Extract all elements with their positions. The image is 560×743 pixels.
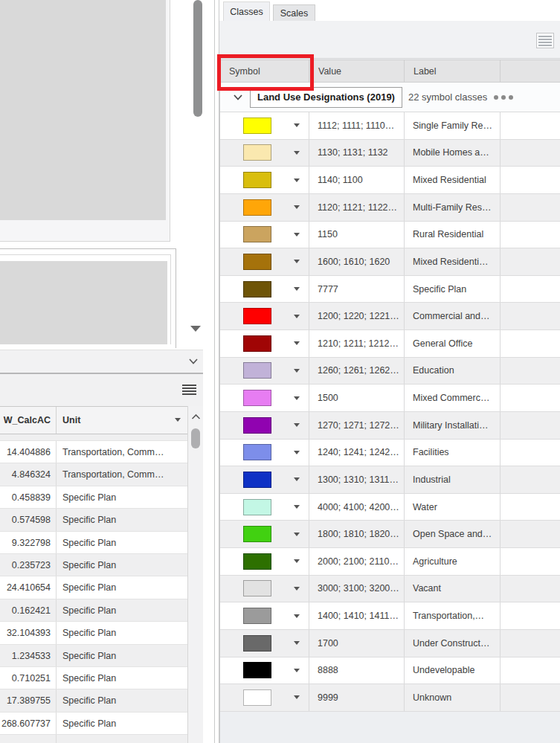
swatch-dropdown-caret-icon[interactable] xyxy=(294,341,300,345)
swatch-dropdown-caret-icon[interactable] xyxy=(294,260,300,263)
symbol-swatch[interactable] xyxy=(243,608,271,624)
symbol-swatch[interactable] xyxy=(243,281,271,297)
symbol-swatch[interactable] xyxy=(243,553,271,570)
collapse-chevron-icon[interactable] xyxy=(188,358,199,365)
table-row[interactable]: 268.607737 Specific Plan xyxy=(0,713,187,735)
class-label[interactable]: Undevelopable xyxy=(405,657,501,684)
swatch-dropdown-caret-icon[interactable] xyxy=(294,178,300,182)
swatch-dropdown-caret-icon[interactable] xyxy=(294,369,300,373)
class-value[interactable]: 4000; 4100; 4200… xyxy=(309,494,405,521)
table-row[interactable]: 0.574598 Specific Plan xyxy=(0,509,187,531)
table-row[interactable]: 0.458839 Specific Plan xyxy=(0,486,187,509)
attribute-table-scrollbar[interactable] xyxy=(187,406,203,743)
cell-calcac[interactable]: 32.104393 xyxy=(0,622,57,643)
swatch-dropdown-caret-icon[interactable] xyxy=(294,669,300,672)
table-row[interactable]: 9.322798 Specific Plan xyxy=(0,532,187,554)
cell-calcac[interactable]: 9.322798 xyxy=(0,532,57,553)
class-label[interactable]: Education xyxy=(405,358,501,385)
swatch-dropdown-caret-icon[interactable] xyxy=(294,451,300,454)
class-label[interactable]: Open Space and… xyxy=(405,521,501,547)
class-value[interactable]: 8888 xyxy=(309,657,405,684)
class-label[interactable]: Military Installati… xyxy=(405,412,501,439)
cell-unit[interactable]: Transportation, Comm… xyxy=(57,441,187,463)
swatch-dropdown-caret-icon[interactable] xyxy=(294,505,300,509)
class-label[interactable]: Industrial xyxy=(405,466,501,493)
symbol-swatch[interactable] xyxy=(243,308,271,324)
class-value[interactable]: 1150 xyxy=(309,222,405,248)
symbol-swatch[interactable] xyxy=(243,226,271,242)
class-value[interactable]: 1260; 1261; 1262… xyxy=(309,358,405,385)
tab-scales[interactable]: Scales xyxy=(273,4,315,21)
class-value[interactable]: 1700 xyxy=(309,630,405,657)
scrollbar-thumb[interactable] xyxy=(193,0,202,117)
tab-classes[interactable]: Classes xyxy=(223,1,270,21)
class-label[interactable]: Facilities xyxy=(405,440,501,466)
class-label[interactable]: Vacant xyxy=(405,576,501,602)
table-row[interactable]: 24.410654 Specific Plan xyxy=(0,576,187,599)
class-label[interactable]: General Office xyxy=(405,330,501,357)
cell-unit[interactable]: Specific Plan xyxy=(57,599,187,621)
class-value[interactable]: 1500 xyxy=(309,385,405,411)
cell-calcac[interactable]: 0.235723 xyxy=(0,554,57,576)
scrollbar-thumb[interactable] xyxy=(191,428,200,448)
class-value[interactable]: 1800; 1810; 1820… xyxy=(309,521,405,547)
swatch-dropdown-caret-icon[interactable] xyxy=(294,614,300,618)
table-row[interactable]: 4.846324 Transportation, Comm… xyxy=(0,463,187,486)
class-value[interactable]: 1600; 1610; 1620 xyxy=(309,248,405,275)
symbol-swatch[interactable] xyxy=(243,199,271,216)
swatch-dropdown-caret-icon[interactable] xyxy=(294,123,300,127)
class-label[interactable]: Mixed Commerc… xyxy=(405,385,501,411)
cell-unit[interactable]: Specific Plan xyxy=(57,645,187,666)
class-label[interactable]: Multi-Family Res… xyxy=(405,194,501,221)
table-row[interactable]: 0.162421 Specific Plan xyxy=(0,599,187,622)
scroll-down-arrow-icon[interactable] xyxy=(190,326,202,336)
cell-calcac[interactable]: 1.234533 xyxy=(0,645,57,666)
class-label[interactable]: Transportation,… xyxy=(405,602,501,629)
class-value[interactable]: 2000; 2100; 2110… xyxy=(309,548,405,575)
table-row[interactable]: 17.389755 Specific Plan xyxy=(0,689,187,712)
symbol-swatch[interactable] xyxy=(243,635,271,652)
swatch-dropdown-caret-icon[interactable] xyxy=(294,559,300,563)
symbol-swatch[interactable] xyxy=(243,662,271,678)
column-header-unit[interactable]: Unit xyxy=(57,407,187,434)
table-row[interactable]: 32.104393 Specific Plan xyxy=(0,622,187,644)
swatch-dropdown-caret-icon[interactable] xyxy=(294,477,300,481)
scroll-up-arrow-icon[interactable] xyxy=(191,414,201,420)
table-menu-icon[interactable] xyxy=(182,385,196,396)
cell-unit[interactable]: Transportation, Comm… xyxy=(57,463,187,485)
cell-calcac[interactable]: 0.162421 xyxy=(0,599,57,621)
swatch-dropdown-caret-icon[interactable] xyxy=(294,315,300,318)
table-row[interactable]: 0.235723 Specific Plan xyxy=(0,554,187,576)
class-value[interactable]: 7777 xyxy=(309,276,405,303)
cell-calcac[interactable]: 17.389755 xyxy=(0,689,57,711)
cell-calcac[interactable]: 0.574598 xyxy=(0,509,57,530)
cell-unit[interactable]: Specific Plan xyxy=(57,554,187,576)
swatch-dropdown-caret-icon[interactable] xyxy=(294,423,300,427)
cell-unit[interactable]: Specific Plan xyxy=(57,667,187,689)
class-label[interactable]: Rural Residential xyxy=(405,222,501,248)
swatch-dropdown-caret-icon[interactable] xyxy=(294,641,300,645)
class-value[interactable]: 1240; 1241; 1242… xyxy=(309,440,405,466)
swatch-dropdown-caret-icon[interactable] xyxy=(294,587,300,591)
class-label[interactable]: Mobile Homes a… xyxy=(405,140,501,167)
table-row[interactable]: 0.710251 Specific Plan xyxy=(0,667,187,689)
symbol-swatch[interactable] xyxy=(243,417,271,434)
cell-unit[interactable]: Specific Plan xyxy=(57,689,187,711)
symbol-swatch[interactable] xyxy=(243,172,271,188)
symbol-swatch[interactable] xyxy=(243,526,271,542)
class-value[interactable]: 1400; 1410; 1411… xyxy=(309,602,405,629)
symbol-swatch[interactable] xyxy=(243,499,271,515)
table-row[interactable]: 1.234533 Specific Plan xyxy=(0,645,187,667)
more-options-icon[interactable] xyxy=(494,95,513,100)
cell-calcac[interactable]: 0.710251 xyxy=(0,667,57,689)
cell-unit[interactable]: Specific Plan xyxy=(57,509,187,530)
class-label[interactable]: Commercial and… xyxy=(405,303,501,329)
class-value[interactable]: 1210; 1211; 1212… xyxy=(309,330,405,357)
class-label[interactable]: Agriculture xyxy=(405,548,501,575)
symbol-swatch[interactable] xyxy=(243,118,271,134)
list-view-icon[interactable] xyxy=(536,33,554,48)
symbol-swatch[interactable] xyxy=(243,444,271,460)
swatch-dropdown-caret-icon[interactable] xyxy=(294,396,300,400)
class-label[interactable]: Specific Plan xyxy=(405,276,501,303)
cell-unit[interactable]: Specific Plan xyxy=(57,576,187,598)
